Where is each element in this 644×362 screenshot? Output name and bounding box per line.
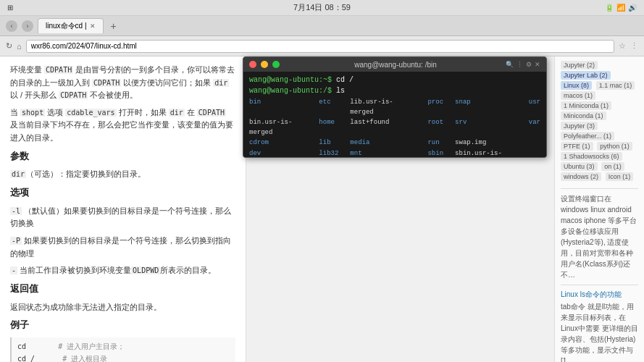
tag-ubuntu[interactable]: Ubuntu (3) [561, 162, 598, 171]
param-heading: 参数 [10, 149, 235, 164]
sidebar-tags-section: Jupyter (2) Jupyter Lab (2) Linux (8) 1.… [561, 61, 638, 182]
add-tab-button[interactable]: + [108, 20, 120, 32]
nav-back-button[interactable]: ‹ [6, 20, 17, 32]
return-text: 返回状态为成功除非无法进入指定的目录。 [10, 301, 235, 314]
tag-icon[interactable]: Icon (1) [606, 172, 634, 181]
battery-icon: 🔋 [605, 4, 614, 12]
terminal-window: wang@wang-ubuntu: /bin 🔍 ⋮ ⚙ ✕ wang@wang… [243, 56, 547, 158]
browser-tabbar: ‹ › linux命令cd | ✕ + [0, 16, 644, 36]
terminal-menu-icon[interactable]: ⋮ [517, 61, 523, 68]
examples-block: cd # 进入用户主目录； cd / # 进入根目录 cd ~ # 进入用户主目… [10, 337, 235, 362]
home-button[interactable]: ⌂ [17, 42, 22, 51]
terminal-titlebar: wang@wang-ubuntu: /bin 🔍 ⋮ ⚙ ✕ [243, 57, 546, 72]
topbar-right-icons: 🔋 📶 🔊 [605, 4, 637, 12]
return-heading: 返回值 [10, 282, 235, 297]
tag-windows[interactable]: windows (2) [561, 172, 601, 181]
option-l: -l （默认值）如果要切换到的目标目录是一个符号连接，那么切换换 [10, 205, 235, 230]
tag-jupyter[interactable]: Jupyter (2) [561, 61, 598, 70]
option-p: -P 如果要切换到的目标目录是一个符号连接，那么切换到指向的物理 [10, 235, 235, 260]
terminal-body: wang@wang-ubuntu:~$ cd / wang@wang-ubunt… [243, 72, 546, 157]
tag-macos[interactable]: macos (1) [561, 91, 595, 100]
menu-icon[interactable]: ⋮ [630, 41, 638, 51]
tag-polyfeather[interactable]: Polyfeather... (1) [561, 132, 614, 140]
nav-forward-button[interactable]: › [22, 20, 33, 32]
terminal-close-btn[interactable] [249, 61, 256, 68]
tag-jupyter2[interactable]: Jupyter (3) [561, 122, 598, 130]
topbar-left-icons: ⊞ [7, 4, 13, 12]
sidebar-divider-1 [561, 188, 638, 189]
code-line-2: cd / # 进入根目录 [17, 353, 230, 362]
system-clock: 7月14日 08：59 [293, 2, 351, 13]
bookmark-icon[interactable]: ☆ [619, 41, 626, 51]
tag-on[interactable]: on (1) [601, 162, 624, 171]
env-text: 环境变量 CDPATH 是由冒号分割的一到多个目录，你可以将常去的目录的上一级加… [10, 64, 235, 102]
wifi-icon: 📶 [616, 4, 625, 12]
terminal-settings-icon[interactable]: ⚙ [526, 61, 532, 68]
terminal-x-icon[interactable]: ✕ [535, 61, 540, 68]
tag-linux[interactable]: Linux (8) [561, 81, 592, 90]
tag-shadowsocks[interactable]: 1 Shadowsocks (6) [561, 152, 622, 161]
browser-tab[interactable]: linux命令cd | ✕ [38, 18, 104, 33]
tab-close-button[interactable]: ✕ [90, 22, 96, 30]
shopt-text: 当 shopt 选项 cdable_vars 打开时，如果 dir 在 CDPA… [10, 106, 235, 145]
param-text: dir（可选）：指定要切换到的目录。 [10, 168, 235, 181]
terminal-minimize-btn[interactable] [261, 61, 268, 68]
terminal-maximize-btn[interactable] [272, 61, 280, 68]
system-topbar: ⊞ 7月14日 08：59 🔋 📶 🔊 [0, 0, 644, 16]
volume-icon: 🔊 [628, 4, 637, 12]
ls-output: bin etc lib.usr-is-merged proc snap usr … [249, 98, 540, 157]
example-heading: 例子 [10, 318, 235, 333]
terminal-header-icons: 🔍 ⋮ ⚙ ✕ [506, 61, 540, 68]
term-line-2: wang@wang-ubuntu:/$ ls [249, 85, 540, 96]
option-dash: - 当前工作目录被切换到环境变量OLDPWD所表示的目录。 [10, 264, 235, 277]
article-panel: 环境变量 CDPATH 是由冒号分割的一到多个目录，你可以将常去的目录的上一级加… [0, 56, 246, 362]
right-sidebar: Jupyter (2) Jupyter Lab (2) Linux (8) 1.… [554, 56, 644, 362]
terminal-search-icon[interactable]: 🔍 [506, 61, 514, 68]
sidebar-links-section: 设置终端窗口在 windows linux android macos ipho… [561, 193, 638, 362]
terminal-title: wang@wang-ubuntu: /bin [290, 61, 501, 69]
sidebar-divider-2 [561, 285, 638, 285]
tag-miniconda1[interactable]: 1 Miniconda (1) [561, 101, 611, 110]
sidebar-link-ls[interactable]: Linux ls命令的功能 [561, 290, 638, 300]
address-bar-row: ↻ ⌂ ☆ ⋮ [0, 36, 644, 56]
sidebar-text-1: 设置终端窗口在 windows linux android macos ipho… [561, 193, 638, 280]
sidebar-text-2: tab命令 就是ll功能，用来显示目标列表，在Linux中需要 更详细的目录内容… [561, 301, 638, 362]
tag-python[interactable]: python (1) [597, 142, 632, 151]
tag-ptfe[interactable]: PTFE (1) [561, 142, 593, 151]
apps-icon[interactable]: ⊞ [7, 4, 13, 12]
option-heading: 选项 [10, 185, 235, 201]
address-input[interactable] [26, 40, 614, 53]
refresh-button[interactable]: ↻ [6, 41, 12, 51]
tag-mac[interactable]: 1.1 mac (1) [596, 81, 635, 90]
tag-miniconda[interactable]: Miniconda (1) [561, 111, 606, 120]
tab-label: linux命令cd | [46, 21, 87, 31]
code-line-1: cd # 进入用户主目录； [17, 340, 230, 353]
tag-jupyter-lab[interactable]: Jupyter Lab (2) [561, 71, 611, 80]
term-line-1: wang@wang-ubuntu:~$ cd / [249, 75, 540, 85]
main-area: 环境变量 CDPATH 是由冒号分割的一到多个目录，你可以将常去的目录的上一级加… [0, 56, 644, 362]
